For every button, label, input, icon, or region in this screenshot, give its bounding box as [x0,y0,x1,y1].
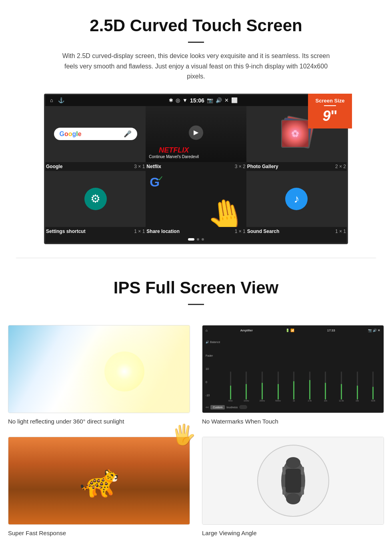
amp-slider-60hz: 60hz [223,371,238,402]
dot-1 [188,238,194,241]
amp-fill-15k [357,385,358,399]
google-label: Google 3 × 1 [45,162,146,171]
sound-search-content: ♪ [246,171,347,227]
settings-app-cell[interactable]: ⚙ Settings shortcut 1 × 1 [45,171,146,236]
amp-toggle-switch[interactable] [239,405,247,409]
settings-icon-wrap: ⚙ [84,188,107,210]
feature-amplifier-label: No Watermarks When Touch [202,418,384,425]
amp-slider-1k: 1k [286,371,301,402]
netflix-app-cell[interactable]: ▶ NETFLIX Continue Marvel's Daredevil Ne… [146,106,246,171]
amp-fill-2k5 [309,380,310,399]
amplifier-image: ⌂ Amplifier 🔋 📶 17:33 📷 🔊 ✕ 🔊 Balance [202,325,384,413]
dot-3 [202,238,204,241]
section1-description: With 2.5D curved-display screen, this de… [56,51,336,82]
amp-track-100hz [246,371,247,399]
amp-home-icon: ⌂ [206,329,208,332]
netflix-content: ▶ NETFLIX Continue Marvel's Daredevil [146,106,246,162]
settings-app-name: Settings shortcut [46,229,86,234]
google-app-cell[interactable]: Google 🎤 Google 3 × 1 [45,106,146,171]
amp-fill-500hz [278,384,279,399]
badge-title: Screen Size [314,98,346,104]
amp-statusbar: ⌂ Amplifier 🔋 📶 17:33 📷 🔊 ✕ [206,329,380,332]
camera-icon: 📷 [207,97,213,103]
amp-db-pos: 10 [206,367,220,370]
amp-balance-label: 🔊 Balance [206,341,220,344]
music-note-icon: ♪ [294,193,299,205]
car-top-shape [279,455,307,507]
amp-time: 17:33 [327,329,335,332]
settings-gear-icon: ⚙ [90,192,100,205]
amp-slider-100hz: 100hz [239,371,254,402]
google-app-size: 3 × 1 [134,164,145,169]
amp-label-10k: 10k [324,399,327,402]
google-search-widget[interactable]: Google 🎤 [54,128,137,140]
amp-slider-500hz: 500hz [271,371,286,402]
amp-fill-sub [372,387,374,399]
feature-amplifier: ⌂ Amplifier 🔋 📶 17:33 📷 🔊 ✕ 🔊 Balance [202,325,384,425]
page-dots [45,236,347,243]
svg-rect-6 [282,487,286,495]
section2-ips: IPS Full Screen View [0,262,392,325]
sound-search-app-cell[interactable]: ♪ Sound Search 1 × 1 [246,171,347,236]
svg-point-3 [286,493,300,504]
amp-track-200hz [262,371,263,399]
amp-back-icon: << [206,406,209,409]
car-top-visual [202,437,384,524]
netflix-subtitle: Continue Marvel's Daredevil [149,155,199,159]
amp-title: Amplifier [240,329,253,332]
amp-label-2k5: 2.5k [308,399,312,402]
amp-track-15k [357,371,358,399]
feature-sunlight-label: No light reflecting under 360° direct su… [8,418,190,425]
amp-custom-button[interactable]: Custom [210,405,225,409]
amp-fill-1k [293,381,294,399]
sunlight-visual [8,325,190,413]
google-mic-icon[interactable]: 🎤 [124,130,132,138]
photo-card-front: 🌸 [281,120,309,148]
amp-label-15k: 15k [356,399,359,402]
sunlight-image [8,325,190,413]
amp-label-sub: SUB [371,399,375,402]
feature-car: Large Viewing Angle [202,437,384,536]
section1-divider [188,42,204,43]
amp-slider-12k5: 12.5k [334,371,349,402]
settings-label: Settings shortcut 1 × 1 [45,227,146,236]
car-svg [279,455,307,507]
amp-sliders-area: 60hz 100hz [223,335,380,402]
svg-rect-7 [301,487,304,495]
amp-fill-60hz [230,385,231,399]
location-icon: ◎ [176,97,180,103]
amp-loudness-label: loudness [226,406,238,409]
amp-fader-label: Fader [206,354,220,357]
amp-track-12k5 [341,371,342,399]
section-divider [16,258,376,258]
status-time: 15:06 [190,97,204,104]
netflix-play-button[interactable]: ▶ [189,125,203,140]
cheetah-image: 🐆 [8,437,190,525]
amp-bottom-controls: << Custom loudness [206,405,380,409]
share-location-app-cell[interactable]: G ✓ 🤚 Share location 1 × 1 [146,171,246,236]
amp-label-60hz: 60hz [228,399,233,402]
amp-volume-icon: 🔊 [206,341,209,344]
svg-point-2 [286,457,300,468]
x-icon: ✕ [224,97,229,103]
amp-track-sub [372,371,374,399]
amp-fill-200hz [262,383,263,399]
photo-flower: 🌸 [282,120,308,147]
amp-fill-12k5 [341,384,342,399]
sound-search-app-size: 1 × 1 [335,229,346,234]
amp-db-zero: 0 [206,381,220,383]
amp-db-neg: -10 [206,394,220,397]
netflix-logo: NETFLIX [149,146,199,155]
share-location-app-name: Share location [146,229,180,234]
amp-slider-sub: SUB [366,371,380,402]
sound-icon-wrap: ♪ [285,188,308,210]
bluetooth-icon: ✱ [169,97,173,103]
settings-app-size: 1 × 1 [134,229,145,234]
page: 2.5D Curved Touch Screen With 2.5D curve… [0,0,392,552]
app-grid-row2: ⚙ Settings shortcut 1 × 1 [45,171,347,236]
feature-grid: No light reflecting under 360° direct su… [0,325,392,552]
amp-label-200hz: 200hz [260,399,265,402]
netflix-label: Netflix 3 × 2 [146,162,246,171]
usb-icon: ⚓ [58,97,64,103]
amp-track-10k [325,371,326,399]
